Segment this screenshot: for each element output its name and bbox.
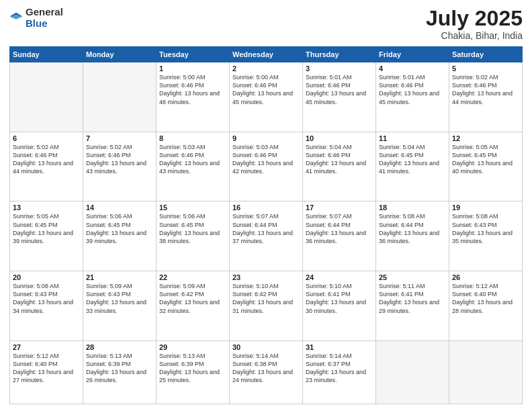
calendar-cell: 17Sunrise: 5:07 AM Sunset: 6:44 PM Dayli… bbox=[303, 201, 376, 271]
calendar-cell: 2Sunrise: 5:00 AM Sunset: 6:46 PM Daylig… bbox=[230, 62, 303, 132]
day-header-friday: Friday bbox=[376, 47, 449, 62]
day-info: Sunrise: 5:12 AM Sunset: 6:40 PM Dayligh… bbox=[452, 282, 519, 315]
day-info: Sunrise: 5:14 AM Sunset: 6:37 PM Dayligh… bbox=[306, 352, 373, 385]
day-info: Sunrise: 5:01 AM Sunset: 6:46 PM Dayligh… bbox=[379, 73, 446, 106]
day-header-wednesday: Wednesday bbox=[230, 47, 303, 62]
logo-general: General bbox=[26, 6, 63, 17]
calendar-cell: 20Sunrise: 5:08 AM Sunset: 6:43 PM Dayli… bbox=[10, 271, 83, 341]
page: General Blue July 2025 Chakia, Bihar, In… bbox=[0, 0, 532, 411]
day-info: Sunrise: 5:08 AM Sunset: 6:43 PM Dayligh… bbox=[452, 212, 519, 245]
day-info: Sunrise: 5:13 AM Sunset: 6:39 PM Dayligh… bbox=[86, 352, 153, 385]
day-info: Sunrise: 5:06 AM Sunset: 6:45 PM Dayligh… bbox=[86, 212, 153, 245]
calendar-cell: 13Sunrise: 5:05 AM Sunset: 6:45 PM Dayli… bbox=[10, 201, 83, 271]
day-number: 15 bbox=[159, 203, 226, 212]
day-info: Sunrise: 5:01 AM Sunset: 6:46 PM Dayligh… bbox=[306, 73, 373, 106]
logo-text: General Blue bbox=[26, 7, 63, 29]
day-info: Sunrise: 5:08 AM Sunset: 6:43 PM Dayligh… bbox=[13, 282, 80, 315]
day-info: Sunrise: 5:03 AM Sunset: 6:46 PM Dayligh… bbox=[159, 143, 226, 176]
day-number: 21 bbox=[86, 273, 153, 281]
calendar-cell: 26Sunrise: 5:12 AM Sunset: 6:40 PM Dayli… bbox=[449, 271, 523, 341]
calendar-cell: 1Sunrise: 5:00 AM Sunset: 6:46 PM Daylig… bbox=[157, 62, 230, 132]
title-block: July 2025 Chakia, Bihar, India bbox=[426, 7, 523, 41]
day-info: Sunrise: 5:03 AM Sunset: 6:46 PM Dayligh… bbox=[232, 143, 300, 176]
day-info: Sunrise: 5:05 AM Sunset: 6:45 PM Dayligh… bbox=[452, 143, 519, 176]
day-number: 8 bbox=[159, 134, 226, 142]
day-info: Sunrise: 5:14 AM Sunset: 6:38 PM Dayligh… bbox=[232, 352, 300, 385]
header: General Blue July 2025 Chakia, Bihar, In… bbox=[9, 7, 523, 41]
title-month: July 2025 bbox=[426, 7, 523, 30]
day-number: 16 bbox=[232, 203, 300, 212]
day-number: 4 bbox=[379, 64, 446, 73]
day-number: 11 bbox=[379, 134, 446, 142]
day-number: 31 bbox=[306, 343, 373, 351]
logo-icon bbox=[9, 11, 23, 25]
day-info: Sunrise: 5:02 AM Sunset: 6:46 PM Dayligh… bbox=[86, 143, 153, 176]
day-number: 29 bbox=[159, 343, 226, 351]
day-info: Sunrise: 5:10 AM Sunset: 6:42 PM Dayligh… bbox=[232, 282, 300, 315]
day-info: Sunrise: 5:00 AM Sunset: 6:46 PM Dayligh… bbox=[232, 73, 300, 106]
calendar-cell: 27Sunrise: 5:12 AM Sunset: 6:40 PM Dayli… bbox=[10, 340, 83, 404]
day-number: 1 bbox=[159, 64, 226, 73]
calendar-cell: 16Sunrise: 5:07 AM Sunset: 6:44 PM Dayli… bbox=[230, 201, 303, 271]
calendar-cell: 14Sunrise: 5:06 AM Sunset: 6:45 PM Dayli… bbox=[83, 201, 157, 271]
calendar-week-1: 1Sunrise: 5:00 AM Sunset: 6:46 PM Daylig… bbox=[10, 62, 523, 132]
day-number: 25 bbox=[379, 273, 446, 281]
calendar-cell: 30Sunrise: 5:14 AM Sunset: 6:38 PM Dayli… bbox=[230, 340, 303, 404]
day-number: 13 bbox=[13, 203, 80, 212]
day-number: 27 bbox=[13, 343, 80, 351]
calendar-cell bbox=[376, 340, 449, 404]
calendar-cell bbox=[10, 62, 83, 132]
day-info: Sunrise: 5:07 AM Sunset: 6:44 PM Dayligh… bbox=[306, 212, 373, 245]
day-number: 18 bbox=[379, 203, 446, 212]
calendar-cell: 12Sunrise: 5:05 AM Sunset: 6:45 PM Dayli… bbox=[449, 132, 523, 201]
day-info: Sunrise: 5:04 AM Sunset: 6:46 PM Dayligh… bbox=[306, 143, 373, 176]
day-number: 26 bbox=[452, 273, 519, 281]
day-number: 2 bbox=[232, 64, 300, 73]
calendar-cell: 10Sunrise: 5:04 AM Sunset: 6:46 PM Dayli… bbox=[303, 132, 376, 201]
day-number: 3 bbox=[306, 64, 373, 73]
day-info: Sunrise: 5:07 AM Sunset: 6:44 PM Dayligh… bbox=[232, 212, 300, 245]
day-info: Sunrise: 5:00 AM Sunset: 6:46 PM Dayligh… bbox=[159, 73, 226, 106]
day-number: 24 bbox=[306, 273, 373, 281]
calendar-cell: 6Sunrise: 5:02 AM Sunset: 6:46 PM Daylig… bbox=[10, 132, 83, 201]
calendar-cell: 8Sunrise: 5:03 AM Sunset: 6:46 PM Daylig… bbox=[157, 132, 230, 201]
day-number: 28 bbox=[86, 343, 153, 351]
calendar-cell: 15Sunrise: 5:06 AM Sunset: 6:45 PM Dayli… bbox=[157, 201, 230, 271]
calendar-cell: 25Sunrise: 5:11 AM Sunset: 6:41 PM Dayli… bbox=[376, 271, 449, 341]
day-info: Sunrise: 5:06 AM Sunset: 6:45 PM Dayligh… bbox=[159, 212, 226, 245]
day-number: 14 bbox=[86, 203, 153, 212]
day-info: Sunrise: 5:11 AM Sunset: 6:41 PM Dayligh… bbox=[379, 282, 446, 315]
day-number: 7 bbox=[86, 134, 153, 142]
day-number: 5 bbox=[452, 64, 519, 73]
day-number: 12 bbox=[452, 134, 519, 142]
day-info: Sunrise: 5:04 AM Sunset: 6:45 PM Dayligh… bbox=[379, 143, 446, 176]
logo: General Blue bbox=[9, 7, 63, 29]
calendar-cell: 28Sunrise: 5:13 AM Sunset: 6:39 PM Dayli… bbox=[83, 340, 157, 404]
day-header-sunday: Sunday bbox=[10, 47, 83, 62]
calendar-cell: 18Sunrise: 5:08 AM Sunset: 6:44 PM Dayli… bbox=[376, 201, 449, 271]
day-info: Sunrise: 5:13 AM Sunset: 6:39 PM Dayligh… bbox=[159, 352, 226, 385]
calendar-week-5: 27Sunrise: 5:12 AM Sunset: 6:40 PM Dayli… bbox=[10, 340, 523, 404]
day-number: 20 bbox=[13, 273, 80, 281]
day-number: 10 bbox=[306, 134, 373, 142]
calendar-table: SundayMondayTuesdayWednesdayThursdayFrid… bbox=[9, 46, 523, 404]
calendar-week-3: 13Sunrise: 5:05 AM Sunset: 6:45 PM Dayli… bbox=[10, 201, 523, 271]
day-number: 9 bbox=[232, 134, 300, 142]
day-number: 23 bbox=[232, 273, 300, 281]
calendar-cell: 29Sunrise: 5:13 AM Sunset: 6:39 PM Dayli… bbox=[157, 340, 230, 404]
day-number: 19 bbox=[452, 203, 519, 212]
calendar-cell: 31Sunrise: 5:14 AM Sunset: 6:37 PM Dayli… bbox=[303, 340, 376, 404]
calendar-cell: 21Sunrise: 5:09 AM Sunset: 6:43 PM Dayli… bbox=[83, 271, 157, 341]
day-info: Sunrise: 5:02 AM Sunset: 6:46 PM Dayligh… bbox=[452, 73, 519, 106]
calendar-cell: 3Sunrise: 5:01 AM Sunset: 6:46 PM Daylig… bbox=[303, 62, 376, 132]
day-number: 6 bbox=[13, 134, 80, 142]
day-header-monday: Monday bbox=[83, 47, 157, 62]
day-number: 22 bbox=[159, 273, 226, 281]
calendar-cell bbox=[449, 340, 523, 404]
day-header-saturday: Saturday bbox=[449, 47, 523, 62]
day-number: 30 bbox=[232, 343, 300, 351]
calendar-cell: 24Sunrise: 5:10 AM Sunset: 6:41 PM Dayli… bbox=[303, 271, 376, 341]
calendar-cell: 9Sunrise: 5:03 AM Sunset: 6:46 PM Daylig… bbox=[230, 132, 303, 201]
day-info: Sunrise: 5:05 AM Sunset: 6:45 PM Dayligh… bbox=[13, 212, 80, 245]
day-header-thursday: Thursday bbox=[303, 47, 376, 62]
